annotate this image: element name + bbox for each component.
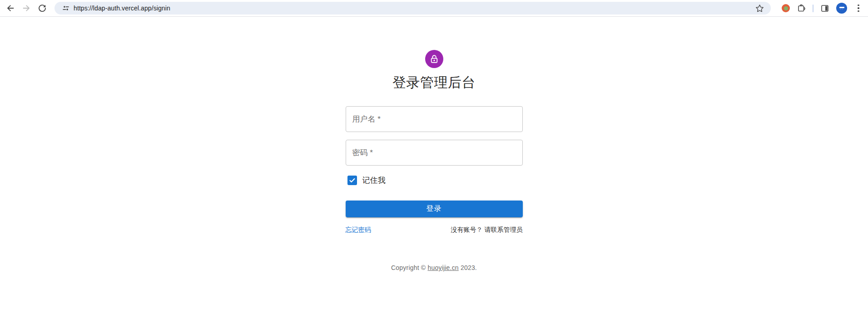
remember-me-checkbox[interactable] xyxy=(347,176,357,185)
signin-page: 登录管理后台 记住我 登录 忘记密码 没有账号？ 请联系管理员 Copyrigh… xyxy=(0,17,868,333)
url-text[interactable]: https://ldap-auth.vercel.app/signin xyxy=(74,5,754,12)
signin-button[interactable]: 登录 xyxy=(346,201,523,217)
remember-me-label[interactable]: 记住我 xyxy=(362,175,386,186)
profile-avatar[interactable]: ⁖⁖ xyxy=(836,3,847,14)
tune-icon xyxy=(62,4,70,12)
password-input[interactable] xyxy=(346,140,523,166)
back-arrow-icon xyxy=(6,4,15,13)
side-panel-icon xyxy=(820,4,829,13)
username-input[interactable] xyxy=(346,106,523,132)
extension-badge-icon[interactable] xyxy=(782,4,790,12)
copyright-suffix: 2023. xyxy=(459,264,477,271)
reload-icon xyxy=(38,4,47,13)
site-settings-icon[interactable] xyxy=(62,4,70,12)
lock-icon xyxy=(429,54,439,64)
auth-column: 登录管理后台 记住我 登录 忘记密码 没有账号？ 请联系管理员 Copyrigh… xyxy=(346,17,523,271)
no-account-text: 没有账号？ 请联系管理员 xyxy=(451,226,523,234)
toolbar-divider xyxy=(813,5,813,12)
forward-arrow-icon xyxy=(22,4,31,13)
kebab-dot xyxy=(858,5,859,6)
puzzle-icon xyxy=(797,4,806,13)
bookmark-star-button[interactable] xyxy=(754,2,765,14)
toolbar-right-icons: ⁖⁖ xyxy=(777,1,864,15)
page-title: 登录管理后台 xyxy=(392,73,476,92)
address-bar[interactable]: https://ldap-auth.vercel.app/signin xyxy=(55,2,771,15)
browser-toolbar: https://ldap-auth.vercel.app/signin ⁖⁖ xyxy=(0,0,868,17)
side-panel-button[interactable] xyxy=(818,1,832,15)
kebab-dot xyxy=(858,10,859,12)
star-icon xyxy=(755,4,764,13)
copyright-footer: Copyright © huoyijie.cn 2023. xyxy=(391,264,477,271)
reload-button[interactable] xyxy=(35,1,49,15)
extension-badge-inner xyxy=(784,6,788,10)
extensions-button[interactable] xyxy=(794,1,808,15)
copyright-prefix: Copyright © xyxy=(391,264,427,271)
forward-button[interactable] xyxy=(20,1,33,15)
check-icon xyxy=(348,176,356,184)
remember-me-row: 记住我 xyxy=(346,175,523,186)
links-row: 忘记密码 没有账号？ 请联系管理员 xyxy=(346,226,523,234)
kebab-dot xyxy=(858,7,859,9)
copyright-site-link[interactable]: huoyijie.cn xyxy=(427,264,458,271)
back-button[interactable] xyxy=(4,1,17,15)
lock-avatar xyxy=(425,50,443,68)
avatar-glyph-dots: ⁖⁖ xyxy=(840,8,843,10)
forgot-password-link[interactable]: 忘记密码 xyxy=(346,226,371,234)
browser-menu-button[interactable] xyxy=(853,2,864,14)
